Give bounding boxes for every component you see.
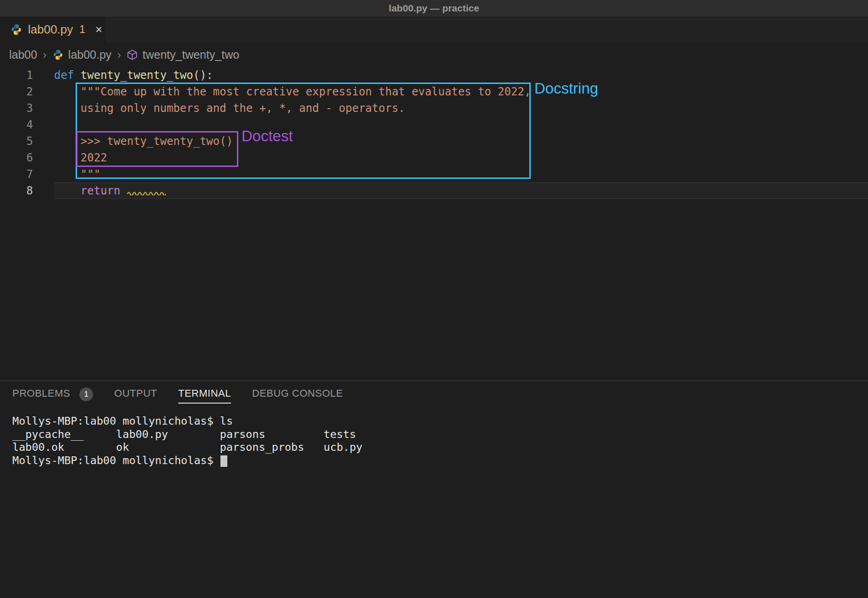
code-line-content: 2022 (54, 150, 868, 166)
panel-tab-terminal[interactable]: TERMINAL (178, 388, 231, 404)
panel-tab-label: TERMINAL (178, 388, 231, 404)
terminal-cursor (220, 455, 227, 467)
code-line-content: """ (54, 166, 868, 183)
terminal-line: lab00.ok ok parsons_probs ucb.py (12, 441, 868, 454)
line-number: 6 (0, 150, 54, 166)
tab-lab00py[interactable]: lab00.py 1 × (0, 17, 107, 43)
line-number: 1 (0, 67, 54, 83)
panel-tab-label: DEBUG CONSOLE (252, 388, 343, 404)
tab-label: lab00.py (28, 22, 73, 37)
tab-problem-count: 1 (79, 23, 85, 36)
problems-count-badge: 1 (79, 388, 93, 401)
code-line-content: >>> twenty_twenty_two() (54, 133, 868, 150)
code-line-content: using only numbers and the +, *, and - o… (54, 100, 868, 116)
line-number: 8 (0, 183, 54, 199)
terminal-line: Mollys-MBP:lab00 mollynicholas$ (12, 454, 868, 467)
terminal-output[interactable]: Mollys-MBP:lab00 mollynicholas$ ls__pyca… (0, 410, 868, 467)
line-number: 7 (0, 166, 54, 183)
code-line[interactable]: 1def twenty_twenty_two(): (0, 67, 868, 83)
window-title: lab00.py — practice (389, 3, 479, 14)
code-line[interactable]: 8 return (0, 183, 868, 199)
line-number: 4 (0, 116, 54, 133)
chevron-right-icon: › (42, 48, 48, 62)
panel-tab-output[interactable]: OUTPUT (114, 388, 157, 404)
code-line[interactable]: 5 >>> twenty_twenty_two() (0, 133, 868, 150)
code-line[interactable]: 7 """ (0, 166, 868, 183)
breadcrumb-item-lab00[interactable]: lab00 (9, 48, 37, 61)
line-number: 2 (0, 83, 54, 100)
code-line[interactable]: 2 """Come up with the most creative expr… (0, 83, 868, 100)
panel-tab-problems[interactable]: PROBLEMS 1 (12, 388, 93, 404)
code-line-content: return (54, 183, 868, 199)
code-line-content: """Come up with the most creative expres… (54, 83, 868, 100)
chevron-right-icon: › (116, 48, 122, 62)
python-icon (10, 23, 22, 36)
panel-tab-bar: PROBLEMS 1 OUTPUT TERMINAL DEBUG CONSOLE (0, 381, 868, 410)
line-number: 3 (0, 100, 54, 116)
code-lines: 1def twenty_twenty_two():2 """Come up wi… (0, 67, 868, 199)
line-number: 5 (0, 133, 54, 150)
symbol-namespace-icon (126, 49, 138, 61)
panel-tab-debug-console[interactable]: DEBUG CONSOLE (252, 388, 343, 404)
title-bar: lab00.py — practice (0, 0, 868, 17)
tab-bar: lab00.py 1 × (0, 17, 868, 43)
breadcrumb-item-twenty-twenty-two[interactable]: twenty_twenty_two (143, 48, 239, 61)
code-line[interactable]: 6 2022 (0, 150, 868, 166)
code-line-content (54, 116, 868, 133)
terminal-line: Mollys-MBP:lab00 mollynicholas$ ls (12, 415, 868, 428)
panel-tab-label: OUTPUT (114, 388, 157, 404)
warning-squiggle (127, 184, 166, 199)
close-icon[interactable]: × (95, 22, 102, 37)
terminal-line: __pycache__ lab00.py parsons tests (12, 428, 868, 441)
code-editor[interactable]: 1def twenty_twenty_two():2 """Come up wi… (0, 67, 868, 381)
breadcrumb: lab00 › lab00.py › twenty_twenty_two (0, 43, 868, 67)
code-line[interactable]: 3 using only numbers and the +, *, and -… (0, 100, 868, 116)
python-icon (52, 49, 64, 61)
panel-tab-label: PROBLEMS (12, 388, 70, 404)
bottom-panel: PROBLEMS 1 OUTPUT TERMINAL DEBUG CONSOLE… (0, 381, 868, 598)
breadcrumb-item-lab00py[interactable]: lab00.py (68, 48, 112, 61)
code-line-content: def twenty_twenty_two(): (54, 67, 868, 83)
code-line[interactable]: 4 (0, 116, 868, 133)
vscode-window: lab00.py — practice lab00.py 1 × lab00 › (0, 0, 868, 598)
